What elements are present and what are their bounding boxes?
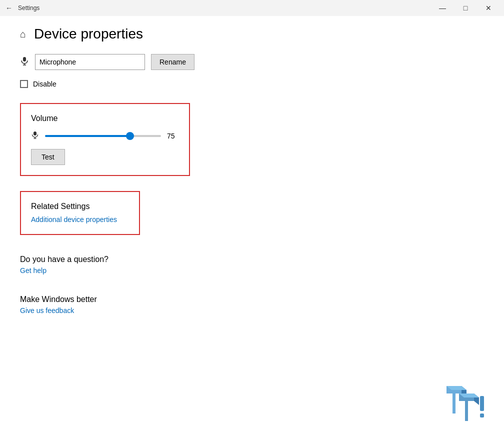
volume-value: 75: [167, 132, 179, 140]
device-name-row: Rename: [20, 54, 484, 70]
related-settings-title: Related Settings: [31, 202, 129, 211]
question-title: Do you have a question?: [20, 255, 484, 264]
volume-slider-container: [45, 131, 161, 141]
device-name-input[interactable]: [35, 54, 145, 70]
question-section: Do you have a question? Get help: [20, 255, 484, 275]
disable-label[interactable]: Disable: [33, 80, 56, 88]
volume-mic-icon: [31, 131, 39, 141]
volume-section: Volume 75 Test: [20, 103, 190, 176]
volume-slider[interactable]: [45, 135, 161, 137]
svg-rect-0: [23, 57, 26, 62]
slider-row: 75: [31, 131, 179, 141]
test-button[interactable]: Test: [31, 149, 65, 165]
page-title: Device properties: [34, 26, 143, 42]
rename-button[interactable]: Rename: [151, 54, 194, 70]
windows-better-section: Make Windows better Give us feedback: [20, 295, 484, 315]
volume-section-title: Volume: [31, 114, 179, 123]
additional-device-properties-link[interactable]: Additional device properties: [31, 216, 117, 224]
give-feedback-link[interactable]: Give us feedback: [20, 306, 74, 314]
close-button[interactable]: ✕: [477, 0, 500, 16]
related-settings-section: Related Settings Additional device prope…: [20, 191, 140, 235]
svg-marker-7: [459, 394, 474, 421]
titlebar-title: Settings: [18, 4, 40, 12]
disable-checkbox[interactable]: [20, 80, 28, 88]
disable-row: Disable: [20, 80, 484, 88]
home-icon: ⌂: [20, 28, 26, 40]
titlebar-left: ← Settings: [4, 4, 40, 12]
get-help-link[interactable]: Get help: [20, 266, 46, 274]
svg-rect-12: [480, 396, 484, 411]
content-area: ⌂ Device properties Rename Disable Volum…: [0, 16, 504, 436]
minimize-button[interactable]: —: [431, 0, 454, 16]
microphone-icon: [20, 56, 29, 68]
back-button[interactable]: ←: [4, 4, 14, 12]
windows-better-title: Make Windows better: [20, 295, 484, 304]
watermark-logo: [444, 381, 494, 426]
titlebar: ← Settings — □ ✕: [0, 0, 504, 16]
titlebar-controls: — □ ✕: [431, 0, 500, 16]
svg-rect-13: [480, 414, 484, 418]
maximize-button[interactable]: □: [454, 0, 477, 16]
page-header: ⌂ Device properties: [20, 16, 484, 54]
svg-rect-3: [34, 132, 36, 136]
